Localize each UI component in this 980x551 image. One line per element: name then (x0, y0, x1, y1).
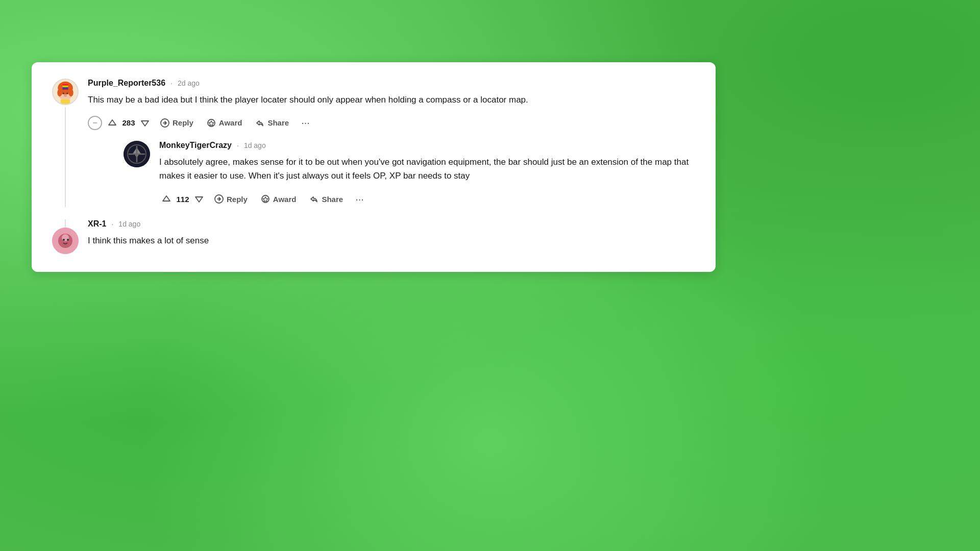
upvote-button-monkey[interactable] (159, 192, 174, 206)
comment-1-text: This may be a bad idea but I think the p… (88, 93, 695, 107)
reply-monkey-text: I absolutely agree, makes sense for it t… (159, 155, 695, 183)
comment-1-actions: − 283 (88, 115, 695, 131)
svg-point-24 (63, 239, 65, 241)
comments-card: Purple_Reporter536 · 2d ago This may be … (32, 62, 716, 272)
downvote-button-monkey[interactable] (192, 192, 206, 206)
timestamp-monkey: 1d ago (244, 141, 266, 149)
comment-2-text: I think this makes a lot of sense (88, 234, 695, 247)
reply-button-1[interactable]: Reply (155, 115, 199, 131)
svg-point-25 (67, 239, 69, 241)
username-monkey: MonkeyTigerCrazy (159, 141, 232, 150)
vote-group-1: 283 (105, 116, 152, 130)
svg-rect-7 (62, 84, 68, 85)
svg-rect-9 (62, 86, 68, 87)
username-purple-reporter: Purple_Reporter536 (88, 79, 165, 88)
svg-point-3 (68, 89, 73, 96)
svg-rect-12 (62, 89, 68, 90)
avatar-purple-reporter (52, 79, 79, 105)
svg-point-2 (57, 89, 62, 96)
more-button-monkey[interactable]: ··· (351, 191, 368, 207)
comment-2-body: XR-1 · 1d ago I think this makes a lot o… (88, 219, 695, 256)
comment-1-thread-left (52, 79, 79, 207)
timestamp-xr: 1d ago (118, 220, 140, 228)
comment-2-row: XR-1 · 1d ago I think this makes a lot o… (52, 219, 695, 256)
reply-monkey: MonkeyTigerCrazy · 1d ago I absolutely a… (124, 141, 695, 207)
comment-1-body: Purple_Reporter536 · 2d ago This may be … (88, 79, 695, 207)
more-button-1[interactable]: ··· (297, 115, 314, 131)
timestamp-comment-1: 2d ago (178, 79, 200, 87)
vote-count-1: 283 (121, 118, 136, 127)
svg-rect-6 (61, 99, 70, 104)
comment-1-header: Purple_Reporter536 · 2d ago (88, 79, 695, 88)
comment-1: Purple_Reporter536 · 2d ago This may be … (52, 79, 695, 207)
vote-count-monkey: 112 (176, 195, 190, 204)
svg-point-4 (63, 92, 64, 94)
reply-monkey-actions: 112 (159, 191, 695, 207)
collapse-button-1[interactable]: − (88, 116, 102, 130)
reply-button-monkey[interactable]: Reply (209, 191, 253, 207)
award-button-1[interactable]: Award (202, 115, 248, 131)
svg-rect-11 (62, 88, 68, 88)
svg-point-5 (66, 92, 68, 94)
share-button-monkey[interactable]: Share (304, 191, 348, 207)
username-xr: XR-1 (88, 219, 106, 229)
avatar-monkey (124, 141, 150, 167)
thread-line-1 (65, 107, 66, 207)
svg-rect-10 (62, 87, 68, 88)
award-button-monkey[interactable]: Award (256, 191, 302, 207)
avatar-xr (52, 228, 79, 254)
vote-group-monkey: 112 (159, 192, 206, 206)
upvote-button-1[interactable] (105, 116, 119, 130)
downvote-button-1[interactable] (138, 116, 152, 130)
svg-rect-8 (62, 85, 68, 86)
share-button-1[interactable]: Share (250, 115, 294, 131)
